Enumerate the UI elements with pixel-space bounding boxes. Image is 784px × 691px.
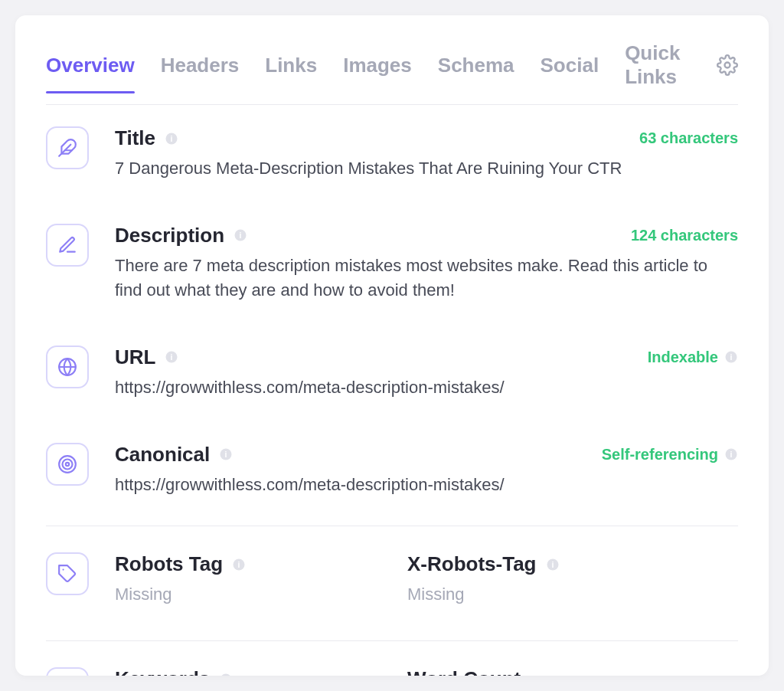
- svg-text:i: i: [225, 450, 227, 459]
- svg-point-15: [66, 462, 69, 465]
- seo-overview-card: Overview Headers Links Images Schema Soc…: [15, 15, 769, 676]
- svg-text:i: i: [171, 352, 173, 362]
- info-icon[interactable]: i: [219, 673, 233, 676]
- section-keywords-row: Keywords i Missing Word Count 1,346: [46, 640, 738, 676]
- field-value: https://growwithless.com/meta-descriptio…: [115, 375, 738, 400]
- field-label: Robots Tag: [115, 552, 223, 576]
- field-label: X-Robots-Tag: [407, 552, 537, 576]
- status-badge: Indexable i: [648, 349, 738, 366]
- section-description: Description i 124 characters There are 7…: [46, 202, 738, 324]
- field-label: Keywords: [115, 667, 210, 676]
- tab-images[interactable]: Images: [343, 54, 412, 93]
- field-label: Description: [115, 224, 224, 247]
- feather-icon: [46, 126, 89, 169]
- section-url: URL i Indexable i https://growwithless.c…: [46, 324, 738, 421]
- tab-overview[interactable]: Overview: [46, 54, 135, 93]
- section-canonical: Canonical i Self-referencing i https://g…: [46, 421, 738, 519]
- section-content: Keywords i Missing: [115, 667, 377, 676]
- field-label: URL: [115, 346, 155, 369]
- info-icon[interactable]: i: [219, 447, 233, 461]
- field-label: Title: [115, 126, 155, 150]
- settings-button[interactable]: [717, 54, 738, 91]
- status-badge: 124 characters: [631, 227, 738, 244]
- field-value: Missing: [407, 582, 738, 607]
- section-x-robots: X-Robots-Tag i Missing: [407, 526, 738, 633]
- svg-text:i: i: [238, 560, 240, 569]
- section-content: Canonical i Self-referencing i https://g…: [115, 443, 738, 497]
- svg-text:i: i: [171, 133, 173, 142]
- status-badge: Self-referencing i: [602, 446, 738, 463]
- section-content: Title i 63 characters 7 Dangerous Meta-D…: [115, 126, 738, 181]
- svg-point-0: [725, 63, 730, 68]
- section-content: Word Count 1,346: [407, 667, 738, 676]
- field-value: There are 7 meta description mistakes mo…: [115, 254, 738, 303]
- info-icon[interactable]: i: [232, 558, 246, 571]
- field-value: 7 Dangerous Meta-Description Mistakes Th…: [115, 156, 738, 181]
- section-keywords: Keywords i Missing: [46, 641, 377, 676]
- info-icon[interactable]: i: [165, 350, 178, 364]
- info-icon[interactable]: i: [724, 350, 738, 364]
- gear-icon: [717, 54, 738, 76]
- badge-text: Self-referencing: [602, 446, 718, 463]
- globe-icon: [46, 346, 89, 388]
- tag-icon: [46, 552, 89, 595]
- info-icon[interactable]: i: [724, 447, 738, 461]
- status-badge: 63 characters: [639, 129, 738, 147]
- section-word-count: Word Count 1,346: [407, 641, 738, 676]
- tab-quick-links[interactable]: Quick Links: [625, 41, 691, 104]
- info-icon[interactable]: i: [546, 558, 560, 571]
- info-icon[interactable]: i: [165, 132, 178, 146]
- tab-links[interactable]: Links: [265, 54, 317, 93]
- svg-point-14: [63, 459, 73, 469]
- zap-icon: [46, 667, 89, 676]
- section-robots: Robots Tag i Missing: [46, 526, 377, 633]
- svg-text:i: i: [225, 675, 227, 676]
- svg-text:i: i: [730, 450, 733, 459]
- badge-text: Indexable: [648, 349, 718, 366]
- field-label: Word Count: [407, 667, 521, 676]
- info-icon[interactable]: i: [234, 228, 247, 242]
- section-content: Robots Tag i Missing: [115, 552, 377, 607]
- section-content: Description i 124 characters There are 7…: [115, 224, 738, 303]
- target-icon: [46, 443, 89, 486]
- tab-social[interactable]: Social: [541, 54, 599, 93]
- section-title: Title i 63 characters 7 Dangerous Meta-D…: [46, 105, 738, 202]
- field-value: Missing: [115, 582, 377, 607]
- field-label: Canonical: [115, 443, 210, 467]
- section-content: URL i Indexable i https://growwithless.c…: [115, 346, 738, 400]
- svg-text:i: i: [240, 231, 242, 240]
- svg-text:i: i: [730, 352, 733, 362]
- section-content: X-Robots-Tag i Missing: [407, 552, 738, 607]
- tab-headers[interactable]: Headers: [161, 54, 240, 93]
- svg-text:i: i: [551, 560, 554, 569]
- tab-schema[interactable]: Schema: [438, 54, 514, 93]
- pencil-icon: [46, 224, 89, 267]
- section-robots-row: Robots Tag i Missing X-Robots-Tag i Miss…: [46, 526, 738, 633]
- field-value: https://growwithless.com/meta-descriptio…: [115, 473, 738, 497]
- tab-bar: Overview Headers Links Images Schema Soc…: [46, 15, 738, 105]
